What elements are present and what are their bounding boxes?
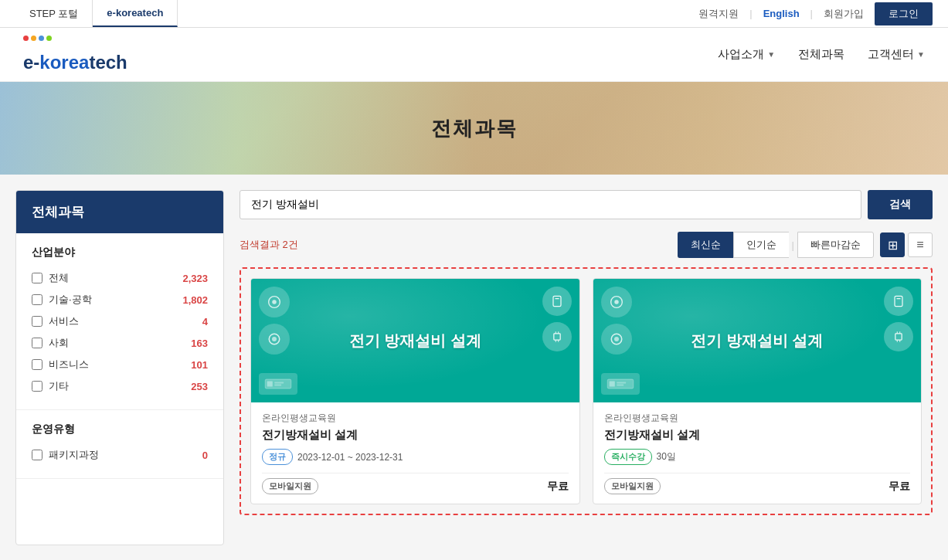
- thumb-icons-2: [884, 287, 913, 351]
- svg-point-3: [272, 337, 277, 341]
- course-title-2: 전기방재설비 설계: [604, 428, 911, 443]
- main-header: e-koreatech 사업소개 ▼ 전체과목 고객센터 ▼: [0, 28, 948, 82]
- remote-support-link[interactable]: 원격지원: [698, 7, 739, 21]
- mobile-tag-1: 모바일지원: [262, 478, 318, 494]
- search-button[interactable]: 검색: [868, 190, 933, 219]
- sidebar-item-package[interactable]: 패키지과정 0: [32, 444, 208, 466]
- svg-rect-4: [553, 296, 561, 306]
- sort-separator: |: [789, 239, 797, 251]
- course-provider-1: 온라인평생교육원: [262, 412, 569, 425]
- thumb-bottom-board: [259, 373, 297, 395]
- logo-dot-red: [23, 36, 29, 41]
- sort-tab-latest[interactable]: 최신순: [678, 232, 733, 258]
- course-card-2[interactable]: 전기 방재설비 설계: [593, 278, 923, 504]
- svg-rect-29: [617, 385, 624, 386]
- logo-dot-orange: [31, 36, 36, 41]
- thumb-icons-1: [542, 287, 572, 351]
- svg-rect-27: [609, 381, 614, 386]
- sort-tab-deadline[interactable]: 빠른마감순: [797, 232, 874, 258]
- tag-days-2: 30일: [657, 450, 676, 463]
- sort-tabs: 최신순 인기순 | 빠른마감순 ⊞ ≡: [678, 232, 933, 258]
- sidebar-section-industry-title: 산업분야: [32, 246, 208, 260]
- nav-item-business[interactable]: 사업소개 ▼: [718, 47, 775, 62]
- top-nav-tab-ekoreatech[interactable]: e-koreatech: [93, 0, 178, 27]
- course-thumbnail-1: 전기 방재설비 설계: [251, 279, 579, 402]
- thumb-icon-chip-2: [884, 322, 913, 351]
- thumb-icon-circle-3: [601, 324, 632, 355]
- svg-point-18: [614, 337, 619, 341]
- sidebar-item-other[interactable]: 기타 253: [32, 375, 208, 397]
- thumb-icon-circuit: [259, 287, 290, 317]
- course-title-1: 전기방재설비 설계: [262, 428, 569, 443]
- view-grid-button[interactable]: ⊞: [880, 232, 905, 257]
- svg-rect-14: [274, 385, 281, 386]
- svg-rect-6: [553, 334, 559, 340]
- thumb-bottom-1: [259, 373, 572, 395]
- register-link[interactable]: 회원가입: [824, 7, 864, 21]
- course-tags-1: 정규 2023-12-01 ~ 2023-12-31: [262, 449, 569, 465]
- english-link[interactable]: English: [763, 8, 800, 19]
- top-nav-tab-step[interactable]: STEP 포털: [15, 0, 93, 27]
- svg-point-16: [614, 300, 619, 304]
- sidebar-item-tech[interactable]: 기술·공학 1,802: [32, 289, 208, 311]
- checkbox-all[interactable]: [32, 273, 42, 283]
- hero-title: 전체과목: [431, 115, 518, 142]
- logo[interactable]: e-koreatech: [23, 36, 127, 73]
- nav-item-courses[interactable]: 전체과목: [798, 47, 844, 62]
- course-info-1: 온라인평생교육원 전기방재설비 설계 정규 2023-12-01 ~ 2023-…: [251, 402, 579, 504]
- course-thumbnail-2: 전기 방재설비 설계: [593, 279, 922, 402]
- svg-rect-21: [895, 334, 902, 340]
- top-nav: STEP 포털 e-koreatech 원격지원 | English | 회원가…: [0, 0, 948, 28]
- svg-rect-13: [274, 382, 284, 384]
- checkbox-society[interactable]: [32, 338, 42, 348]
- thumb-icons-left-2: [601, 287, 632, 355]
- course-thumb-title-2: 전기 방재설비 설계: [691, 331, 823, 351]
- course-footer-1: 모바일지원 무료: [262, 473, 569, 494]
- login-button[interactable]: 로그인: [875, 2, 933, 25]
- logo-text: e-koreatech: [23, 52, 127, 73]
- course-thumb-title-1: 전기 방재설비 설계: [349, 331, 481, 351]
- course-provider-2: 온라인평생교육원: [604, 412, 911, 425]
- thumb-icon-usb: [542, 287, 572, 316]
- checkbox-other[interactable]: [32, 381, 42, 392]
- sidebar-item-all[interactable]: 전체 2,323: [32, 267, 208, 289]
- checkbox-tech[interactable]: [32, 294, 42, 305]
- view-list-button[interactable]: ≡: [908, 232, 933, 257]
- course-tags-2: 즉시수강 30일: [604, 449, 911, 465]
- sidebar: 전체과목 산업분야 전체 2,323 기술·공학 1,802 서비스 4 사회: [15, 190, 224, 545]
- top-nav-tabs: STEP 포털 e-koreatech: [15, 0, 178, 27]
- main-nav: 사업소개 ▼ 전체과목 고객센터 ▼: [718, 47, 925, 62]
- thumb-bottom-2: [601, 373, 914, 395]
- search-bar: 검색: [240, 190, 933, 219]
- thumb-bottom-board-2: [601, 373, 640, 395]
- sidebar-section-industry: 산업분야 전체 2,323 기술·공학 1,802 서비스 4 사회 163: [16, 233, 223, 410]
- course-card-1[interactable]: 전기 방재설비 설계: [250, 278, 580, 504]
- top-nav-right: 원격지원 | English | 회원가입 로그인: [698, 2, 933, 25]
- sidebar-item-service[interactable]: 서비스 4: [32, 311, 208, 332]
- thumb-icon-usb-2: [884, 287, 913, 316]
- sidebar-item-society[interactable]: 사회 163: [32, 332, 208, 354]
- svg-rect-28: [617, 382, 626, 384]
- hero-banner: 전체과목: [0, 82, 948, 175]
- results-count: 검색결과 2건: [240, 238, 298, 252]
- content-area: 전체과목 산업분야 전체 2,323 기술·공학 1,802 서비스 4 사회: [0, 175, 948, 560]
- logo-dot-green: [46, 36, 52, 41]
- sort-tab-popular[interactable]: 인기순: [733, 232, 789, 258]
- mobile-tag-2: 모바일지원: [604, 478, 661, 494]
- checkbox-business[interactable]: [32, 359, 42, 370]
- results-bar: 검색결과 2건 최신순 인기순 | 빠른마감순 ⊞ ≡: [240, 232, 933, 258]
- sidebar-section-operation: 운영유형 패키지과정 0: [16, 410, 223, 479]
- search-input[interactable]: [240, 190, 861, 219]
- course-info-2: 온라인평생교육원 전기방재설비 설계 즉시수강 30일 모바일지원 무료: [593, 402, 922, 504]
- sidebar-item-business[interactable]: 비즈니스 101: [32, 354, 208, 375]
- checkbox-package[interactable]: [32, 450, 42, 460]
- svg-rect-19: [895, 296, 902, 306]
- checkbox-service[interactable]: [32, 316, 42, 327]
- nav-item-support[interactable]: 고객센터 ▼: [868, 47, 925, 62]
- sidebar-title: 전체과목: [16, 191, 223, 233]
- thumb-icon-circle-2: [259, 324, 290, 355]
- chevron-down-icon-2: ▼: [917, 50, 925, 59]
- logo-dot-blue: [39, 36, 44, 41]
- main-content: 검색 검색결과 2건 최신순 인기순 | 빠른마감순 ⊞ ≡: [224, 190, 933, 545]
- separator-1: |: [749, 8, 752, 19]
